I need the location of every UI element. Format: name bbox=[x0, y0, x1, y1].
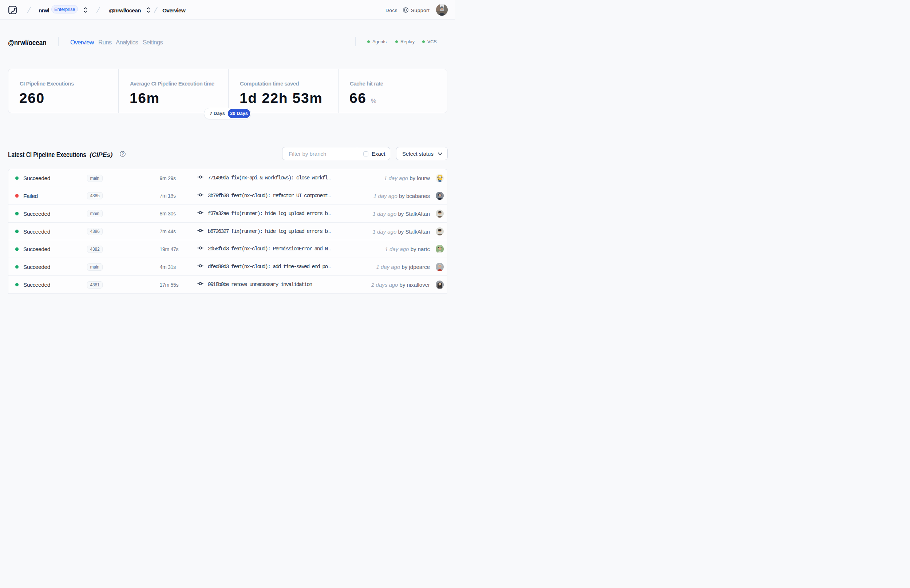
svg-text:?: ? bbox=[121, 152, 124, 156]
